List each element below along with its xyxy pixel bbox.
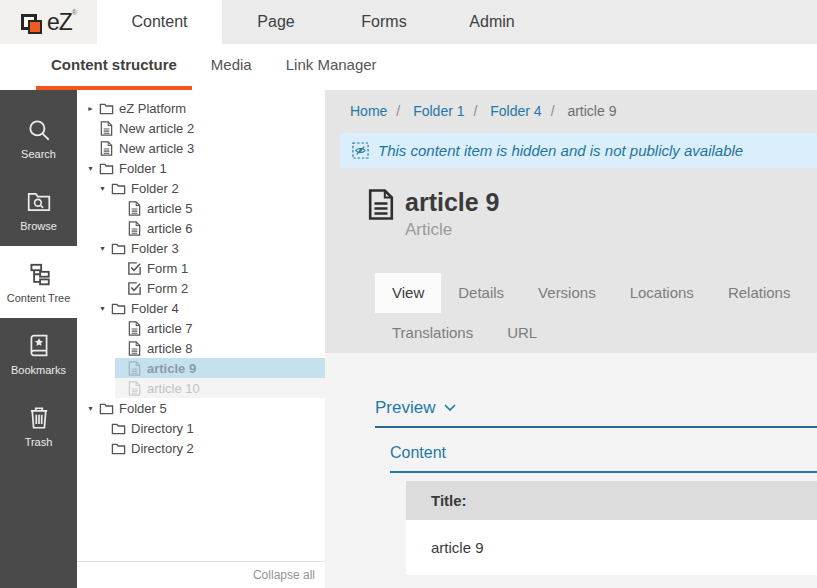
tree-item[interactable]: Directory 2 (77, 438, 325, 458)
tab-view[interactable]: View (375, 273, 441, 313)
sidebar-item-content-tree[interactable]: Content Tree (0, 246, 77, 318)
tree-item-label: Folder 3 (131, 241, 179, 256)
tree-item-label: article 6 (147, 221, 193, 236)
subnav-media[interactable]: Media (196, 44, 267, 90)
sidebar-item-label: Bookmarks (11, 364, 66, 376)
tree-item-label: eZ Platform (119, 101, 186, 116)
collapse-toggle-icon[interactable] (99, 245, 111, 252)
sub-nav: Content structure Media Link Manager (0, 44, 817, 90)
article-icon (127, 341, 142, 356)
tree-item[interactable]: Folder 3 (77, 238, 325, 258)
registered-mark: ® (72, 9, 76, 16)
tab-url[interactable]: URL (490, 313, 554, 353)
tree-item[interactable]: New article 3 (77, 138, 325, 158)
sidebar-item-browse[interactable]: Browse (0, 174, 77, 246)
icon-sidebar: Search Browse Content Tree Bookmarks Tra… (0, 90, 77, 588)
tree-item-label: Folder 1 (119, 161, 167, 176)
tree-item-label: Form 1 (147, 261, 188, 276)
tree-item-label: Directory 2 (131, 441, 194, 456)
collapse-toggle-icon[interactable] (99, 305, 111, 312)
chevron-down-icon (444, 404, 456, 412)
subnav-content-structure[interactable]: Content structure (36, 44, 192, 90)
form-icon (127, 281, 142, 296)
tree-item[interactable]: article 6 (77, 218, 325, 238)
tree-item-label: New article 2 (119, 121, 194, 136)
form-icon (127, 261, 142, 276)
collapse-all-button[interactable]: Collapse all (77, 561, 325, 588)
sidebar-item-label: Search (21, 148, 56, 160)
tree-item[interactable]: eZ Platform (77, 98, 325, 118)
tree-item-label: article 9 (147, 361, 196, 376)
preview-label: Preview (375, 398, 435, 418)
article-icon (127, 321, 142, 336)
collapse-toggle-icon[interactable] (99, 185, 111, 192)
sidebar-item-label: Content Tree (7, 292, 71, 304)
tab-versions[interactable]: Versions (521, 273, 613, 313)
folder-icon (99, 401, 114, 416)
tree-item[interactable]: Folder 5 (77, 398, 325, 418)
bookmarks-icon (26, 333, 52, 359)
title-block: article 9 Article (368, 188, 817, 238)
content-section-label: Content (390, 444, 446, 461)
tree-item[interactable]: Form 2 (77, 278, 325, 298)
breadcrumb: Home Folder 1 Folder 4 article 9 (325, 90, 817, 129)
expand-toggle-icon[interactable] (87, 105, 99, 112)
tree-item-hidden[interactable]: article 10 (77, 378, 325, 398)
sidebar-item-search[interactable]: Search (0, 102, 77, 174)
top-tab-admin[interactable]: Admin (438, 0, 546, 44)
content-tabs: View Details Versions Locations Relation… (375, 273, 817, 353)
breadcrumb-link-folder4[interactable]: Folder 4 (490, 103, 563, 119)
article-icon (127, 361, 142, 376)
tree-item[interactable]: Form 1 (77, 258, 325, 278)
article-icon (127, 221, 142, 236)
search-icon (26, 117, 52, 143)
article-type-icon (368, 188, 394, 221)
tree-item-label: New article 3 (119, 141, 194, 156)
tab-relations[interactable]: Relations (711, 273, 808, 313)
tab-details[interactable]: Details (441, 273, 521, 313)
folder-icon (111, 421, 126, 436)
tree-item-label: Folder 2 (131, 181, 179, 196)
tree-item[interactable]: Directory 1 (77, 418, 325, 438)
tree-item-label: Folder 5 (119, 401, 167, 416)
content-tree-panel: eZ Platform New article 2 New article 3 … (77, 90, 325, 588)
tree-item[interactable]: article 5 (77, 198, 325, 218)
tree-item-selected[interactable]: article 9 (77, 358, 325, 378)
top-tab-page[interactable]: Page (222, 0, 330, 44)
hidden-content-notice: This content item is hidden and is not p… (340, 133, 817, 168)
tree-item[interactable]: Folder 1 (77, 158, 325, 178)
subnav-link-manager[interactable]: Link Manager (271, 44, 392, 90)
tab-locations[interactable]: Locations (613, 273, 711, 313)
top-bar: eZ® Content Page Forms Admin (0, 0, 817, 44)
top-tab-forms[interactable]: Forms (330, 0, 438, 44)
sidebar-item-label: Browse (20, 220, 57, 232)
sidebar-item-trash[interactable]: Trash (0, 390, 77, 462)
tree-item[interactable]: article 8 (77, 338, 325, 358)
tree-item-label: article 7 (147, 321, 193, 336)
top-tab-content[interactable]: Content (97, 0, 222, 44)
collapse-toggle-icon[interactable] (87, 165, 99, 172)
content-tree-icon (26, 261, 52, 287)
tree-item[interactable]: article 7 (77, 318, 325, 338)
tree-item-label: Folder 4 (131, 301, 179, 316)
tab-translations[interactable]: Translations (375, 313, 490, 353)
article-icon (99, 141, 114, 156)
tree-item[interactable]: New article 2 (77, 118, 325, 138)
ez-logo[interactable]: eZ® (0, 0, 97, 44)
breadcrumb-link-home[interactable]: Home (350, 103, 409, 119)
content-view-panel: Home Folder 1 Folder 4 article 9 This co… (325, 90, 817, 588)
article-icon (127, 381, 142, 396)
preview-section-header[interactable]: Preview (375, 398, 817, 428)
breadcrumb-link-folder1[interactable]: Folder 1 (413, 103, 486, 119)
tree-item[interactable]: Folder 2 (77, 178, 325, 198)
folder-icon (99, 161, 114, 176)
sidebar-item-bookmarks[interactable]: Bookmarks (0, 318, 77, 390)
folder-icon (111, 241, 126, 256)
sidebar-item-label: Trash (25, 436, 53, 448)
tree-item[interactable]: Folder 4 (77, 298, 325, 318)
folder-icon (99, 101, 114, 116)
logo-square-orange (28, 20, 42, 34)
field-table: Title: article 9 (406, 481, 817, 575)
folder-icon (111, 181, 126, 196)
collapse-toggle-icon[interactable] (87, 405, 99, 412)
